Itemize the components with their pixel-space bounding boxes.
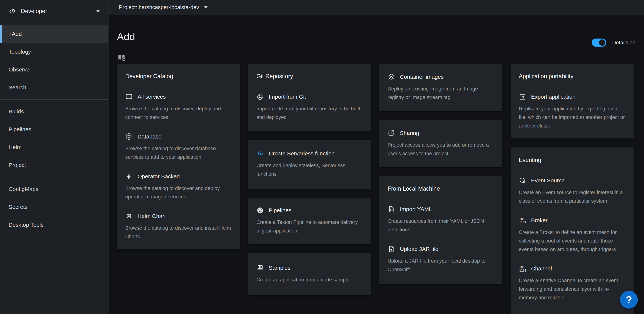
sidebar-item-project[interactable]: Project — [0, 156, 108, 174]
sidebar-item-topology[interactable]: Topology — [0, 43, 108, 61]
item-label: Database — [138, 133, 161, 140]
item-header: fnCreate Serverless function — [256, 150, 363, 157]
item-header: Import YAML — [388, 206, 494, 213]
card-eventing[interactable]: EventingEvent SourceCreate an Event sour… — [510, 147, 634, 314]
book-plus-icon[interactable] — [117, 53, 126, 62]
add-item-database[interactable]: DatabaseBrowse the catalog to discover d… — [125, 133, 232, 162]
sidebar-item-helm[interactable]: Helm — [0, 138, 108, 156]
card-container-images[interactable]: Container imagesDeploy an existing Image… — [380, 64, 502, 111]
card-sharing[interactable]: SharingProject access allows you to add … — [380, 120, 502, 167]
sidebar-item-search[interactable]: Search — [0, 78, 108, 96]
add-item-event-source[interactable]: Event SourceCreate an Event source to re… — [519, 177, 625, 206]
sidebar-item-pipelines[interactable]: Pipelines — [0, 120, 108, 138]
svg-text:fn: fn — [257, 151, 263, 156]
add-item-operator-backed[interactable]: Operator BackedBrowse the catalog to dis… — [125, 173, 232, 201]
add-item-import-yaml[interactable]: Import YAMLCreate resources from their Y… — [388, 206, 494, 234]
item-label: Import YAML — [400, 206, 432, 212]
add-item-upload-jar-file[interactable]: Upload JAR fileUpload a JAR file from yo… — [388, 245, 494, 274]
card-serverless-function[interactable]: fnCreate Serverless functionCreate and d… — [248, 140, 371, 189]
item-description: Deploy an existing Image from an Image r… — [388, 85, 494, 102]
serverless-fn-icon: fn — [256, 150, 264, 157]
card-git-repository[interactable]: Git RepositoryImport from GitImport code… — [248, 64, 371, 131]
item-header: Pipelines — [256, 207, 363, 214]
add-item-export-application[interactable]: Export applicationReplicate your applica… — [519, 93, 625, 130]
sidebar-item-configmaps[interactable]: ConfigMaps — [0, 180, 108, 198]
item-header: Container images — [388, 73, 494, 81]
sidebar-divider — [0, 99, 108, 100]
page-title: Add — [117, 31, 644, 42]
card-title: Eventing — [519, 157, 625, 163]
code-icon — [8, 8, 16, 14]
item-label: All services — [138, 94, 166, 100]
item-header: Import from Git — [256, 93, 363, 100]
card-column: Git RepositoryImport from GitImport code… — [248, 64, 371, 295]
card-title: Git Repository — [256, 73, 363, 80]
project-selector[interactable]: Project: harshcasper-localsta-dev — [108, 0, 644, 15]
add-item-create-serverless-function[interactable]: fnCreate Serverless functionCreate and d… — [256, 150, 363, 179]
item-label: Upload JAR file — [400, 246, 438, 252]
item-label: Import from Git — [269, 94, 306, 100]
sidebar-nav: +AddTopologyObserveSearchBuildsPipelines… — [0, 22, 108, 234]
add-item-channel[interactable]: 10101101ChannelCreate a Knative Channel … — [519, 265, 625, 302]
help-button[interactable]: ? — [620, 291, 638, 309]
add-item-broker[interactable]: 10101101BrokerCreate a Broker to define … — [519, 217, 625, 254]
item-label: Export application — [531, 94, 576, 100]
item-label: Operator Backed — [138, 173, 180, 180]
item-description: Replicate your application by exporting … — [519, 105, 625, 130]
item-description: Browse the catalog to discover database … — [125, 144, 232, 162]
export-application-icon — [519, 93, 526, 100]
card-pipelines[interactable]: PipelinesCreate a Tekton Pipeline to aut… — [248, 198, 371, 244]
card-column: Container imagesDeploy an existing Image… — [380, 64, 502, 284]
add-item-container-images[interactable]: Container imagesDeploy an existing Image… — [388, 73, 494, 102]
question-mark-icon: ? — [626, 294, 632, 306]
add-item-helm-chart[interactable]: Helm ChartBrowse the catalog to discover… — [125, 212, 232, 241]
card-application-portability[interactable]: Application portabilityExport applicatio… — [510, 64, 634, 138]
sidebar-item-builds[interactable]: Builds — [0, 103, 108, 120]
item-label: Samples — [269, 265, 290, 271]
add-item-samples[interactable]: SamplesCreate an application from a code… — [256, 264, 363, 284]
import-yaml-icon — [388, 206, 395, 213]
svg-text:1101: 1101 — [519, 221, 526, 224]
add-item-pipelines[interactable]: PipelinesCreate a Tekton Pipeline to aut… — [256, 207, 363, 235]
card-developer-catalog[interactable]: Developer CatalogAll servicesBrowse the … — [117, 64, 240, 249]
svg-text:1010: 1010 — [519, 266, 526, 269]
samples-icon — [256, 264, 264, 272]
sharing-icon — [388, 129, 395, 137]
card-column: Application portabilityExport applicatio… — [510, 64, 634, 314]
item-header: Export application — [519, 93, 625, 100]
item-label: Container images — [400, 74, 444, 80]
item-description: Create a Broker to define an event mesh … — [519, 228, 625, 254]
svg-text:1101: 1101 — [519, 269, 526, 272]
item-description: Browse the catalog to discover and insta… — [125, 224, 232, 241]
channel-icon: 10101101 — [519, 265, 526, 272]
sidebar-item-add[interactable]: +Add — [0, 25, 108, 43]
add-item-import-from-git[interactable]: Import from GitImport code from your Git… — [256, 93, 363, 122]
card-from-local-machine[interactable]: From Local MachineImport YAMLCreate reso… — [380, 176, 502, 284]
add-item-sharing[interactable]: SharingProject access allows you to add … — [388, 129, 494, 158]
item-description: Browse the catalog to discover and deplo… — [125, 184, 232, 201]
details-toggle-label: Details on — [612, 40, 636, 46]
details-toggle[interactable] — [592, 38, 606, 47]
project-selector-label: Project: harshcasper-localsta-dev — [119, 4, 199, 10]
perspective-switcher[interactable]: Developer — [0, 0, 108, 22]
item-header: Sharing — [388, 129, 494, 137]
item-label: Helm Chart — [138, 213, 166, 219]
item-label: Create Serverless function — [269, 150, 335, 157]
sidebar-item-observe[interactable]: Observe — [0, 61, 108, 78]
card-title: Developer Catalog — [125, 73, 232, 80]
add-item-all-services[interactable]: All servicesBrowse the catalog to discov… — [125, 93, 232, 122]
item-header: All services — [125, 93, 232, 100]
sidebar-item-desktop-tools[interactable]: Desktop Tools — [0, 216, 108, 234]
item-header: Database — [125, 133, 232, 140]
helm-icon — [125, 212, 133, 220]
item-header: Operator Backed — [125, 173, 232, 180]
item-header: Helm Chart — [125, 212, 232, 220]
card-samples[interactable]: SamplesCreate an application from a code… — [248, 253, 371, 295]
item-header: 10101101Broker — [519, 217, 625, 224]
card-column: Developer CatalogAll servicesBrowse the … — [117, 64, 240, 249]
item-label: Pipelines — [269, 207, 292, 214]
toggle-knob — [599, 39, 605, 46]
item-label: Broker — [531, 217, 548, 224]
sidebar-item-secrets[interactable]: Secrets — [0, 198, 108, 216]
database-icon — [125, 133, 133, 140]
